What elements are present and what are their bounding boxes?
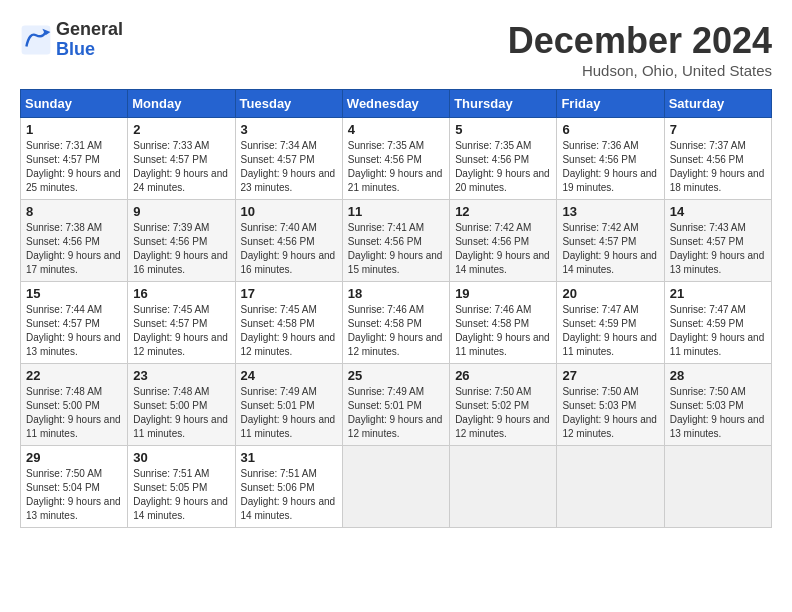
day-number: 11 xyxy=(348,204,444,219)
day-number: 24 xyxy=(241,368,337,383)
days-header-row: SundayMondayTuesdayWednesdayThursdayFrid… xyxy=(21,90,772,118)
calendar-cell: 5Sunrise: 7:35 AMSunset: 4:56 PMDaylight… xyxy=(450,118,557,200)
day-number: 22 xyxy=(26,368,122,383)
logo-icon xyxy=(20,24,52,56)
calendar-cell: 13Sunrise: 7:42 AMSunset: 4:57 PMDayligh… xyxy=(557,200,664,282)
day-info: Sunrise: 7:35 AMSunset: 4:56 PMDaylight:… xyxy=(455,139,551,195)
day-info: Sunrise: 7:48 AMSunset: 5:00 PMDaylight:… xyxy=(133,385,229,441)
day-info: Sunrise: 7:40 AMSunset: 4:56 PMDaylight:… xyxy=(241,221,337,277)
day-number: 18 xyxy=(348,286,444,301)
day-info: Sunrise: 7:45 AMSunset: 4:57 PMDaylight:… xyxy=(133,303,229,359)
day-number: 30 xyxy=(133,450,229,465)
day-info: Sunrise: 7:43 AMSunset: 4:57 PMDaylight:… xyxy=(670,221,766,277)
day-number: 28 xyxy=(670,368,766,383)
logo-blue-text: Blue xyxy=(56,40,123,60)
week-row-3: 15Sunrise: 7:44 AMSunset: 4:57 PMDayligh… xyxy=(21,282,772,364)
calendar-cell: 30Sunrise: 7:51 AMSunset: 5:05 PMDayligh… xyxy=(128,446,235,528)
day-info: Sunrise: 7:42 AMSunset: 4:56 PMDaylight:… xyxy=(455,221,551,277)
day-info: Sunrise: 7:35 AMSunset: 4:56 PMDaylight:… xyxy=(348,139,444,195)
col-header-sunday: Sunday xyxy=(21,90,128,118)
day-number: 21 xyxy=(670,286,766,301)
col-header-saturday: Saturday xyxy=(664,90,771,118)
day-info: Sunrise: 7:34 AMSunset: 4:57 PMDaylight:… xyxy=(241,139,337,195)
title-area: December 2024 Hudson, Ohio, United State… xyxy=(508,20,772,79)
day-info: Sunrise: 7:46 AMSunset: 4:58 PMDaylight:… xyxy=(348,303,444,359)
day-number: 5 xyxy=(455,122,551,137)
col-header-friday: Friday xyxy=(557,90,664,118)
day-number: 19 xyxy=(455,286,551,301)
day-info: Sunrise: 7:31 AMSunset: 4:57 PMDaylight:… xyxy=(26,139,122,195)
day-info: Sunrise: 7:51 AMSunset: 5:06 PMDaylight:… xyxy=(241,467,337,523)
day-info: Sunrise: 7:50 AMSunset: 5:04 PMDaylight:… xyxy=(26,467,122,523)
logo: General Blue xyxy=(20,20,123,60)
calendar-cell xyxy=(342,446,449,528)
calendar-cell: 11Sunrise: 7:41 AMSunset: 4:56 PMDayligh… xyxy=(342,200,449,282)
location: Hudson, Ohio, United States xyxy=(508,62,772,79)
day-number: 14 xyxy=(670,204,766,219)
calendar-cell: 4Sunrise: 7:35 AMSunset: 4:56 PMDaylight… xyxy=(342,118,449,200)
day-number: 13 xyxy=(562,204,658,219)
day-number: 6 xyxy=(562,122,658,137)
day-number: 15 xyxy=(26,286,122,301)
day-info: Sunrise: 7:47 AMSunset: 4:59 PMDaylight:… xyxy=(562,303,658,359)
day-number: 4 xyxy=(348,122,444,137)
calendar-cell: 2Sunrise: 7:33 AMSunset: 4:57 PMDaylight… xyxy=(128,118,235,200)
calendar-cell: 9Sunrise: 7:39 AMSunset: 4:56 PMDaylight… xyxy=(128,200,235,282)
day-info: Sunrise: 7:51 AMSunset: 5:05 PMDaylight:… xyxy=(133,467,229,523)
day-info: Sunrise: 7:48 AMSunset: 5:00 PMDaylight:… xyxy=(26,385,122,441)
day-info: Sunrise: 7:33 AMSunset: 4:57 PMDaylight:… xyxy=(133,139,229,195)
calendar-cell: 27Sunrise: 7:50 AMSunset: 5:03 PMDayligh… xyxy=(557,364,664,446)
header: General Blue December 2024 Hudson, Ohio,… xyxy=(20,20,772,79)
day-info: Sunrise: 7:50 AMSunset: 5:03 PMDaylight:… xyxy=(670,385,766,441)
calendar-cell: 25Sunrise: 7:49 AMSunset: 5:01 PMDayligh… xyxy=(342,364,449,446)
day-info: Sunrise: 7:44 AMSunset: 4:57 PMDaylight:… xyxy=(26,303,122,359)
day-info: Sunrise: 7:49 AMSunset: 5:01 PMDaylight:… xyxy=(348,385,444,441)
day-number: 2 xyxy=(133,122,229,137)
day-info: Sunrise: 7:47 AMSunset: 4:59 PMDaylight:… xyxy=(670,303,766,359)
week-row-4: 22Sunrise: 7:48 AMSunset: 5:00 PMDayligh… xyxy=(21,364,772,446)
day-number: 9 xyxy=(133,204,229,219)
col-header-wednesday: Wednesday xyxy=(342,90,449,118)
day-info: Sunrise: 7:45 AMSunset: 4:58 PMDaylight:… xyxy=(241,303,337,359)
calendar-cell: 18Sunrise: 7:46 AMSunset: 4:58 PMDayligh… xyxy=(342,282,449,364)
day-info: Sunrise: 7:46 AMSunset: 4:58 PMDaylight:… xyxy=(455,303,551,359)
day-number: 12 xyxy=(455,204,551,219)
day-number: 16 xyxy=(133,286,229,301)
calendar-cell xyxy=(557,446,664,528)
calendar-cell: 19Sunrise: 7:46 AMSunset: 4:58 PMDayligh… xyxy=(450,282,557,364)
day-info: Sunrise: 7:49 AMSunset: 5:01 PMDaylight:… xyxy=(241,385,337,441)
calendar-cell: 14Sunrise: 7:43 AMSunset: 4:57 PMDayligh… xyxy=(664,200,771,282)
calendar-cell: 16Sunrise: 7:45 AMSunset: 4:57 PMDayligh… xyxy=(128,282,235,364)
calendar-cell: 6Sunrise: 7:36 AMSunset: 4:56 PMDaylight… xyxy=(557,118,664,200)
week-row-2: 8Sunrise: 7:38 AMSunset: 4:56 PMDaylight… xyxy=(21,200,772,282)
day-number: 25 xyxy=(348,368,444,383)
calendar-cell xyxy=(664,446,771,528)
calendar-cell: 31Sunrise: 7:51 AMSunset: 5:06 PMDayligh… xyxy=(235,446,342,528)
calendar-cell: 10Sunrise: 7:40 AMSunset: 4:56 PMDayligh… xyxy=(235,200,342,282)
logo-general-text: General xyxy=(56,20,123,40)
day-info: Sunrise: 7:41 AMSunset: 4:56 PMDaylight:… xyxy=(348,221,444,277)
calendar-cell xyxy=(450,446,557,528)
day-number: 10 xyxy=(241,204,337,219)
day-number: 20 xyxy=(562,286,658,301)
calendar-cell: 17Sunrise: 7:45 AMSunset: 4:58 PMDayligh… xyxy=(235,282,342,364)
week-row-5: 29Sunrise: 7:50 AMSunset: 5:04 PMDayligh… xyxy=(21,446,772,528)
day-number: 17 xyxy=(241,286,337,301)
day-number: 8 xyxy=(26,204,122,219)
calendar-cell: 24Sunrise: 7:49 AMSunset: 5:01 PMDayligh… xyxy=(235,364,342,446)
calendar-cell: 23Sunrise: 7:48 AMSunset: 5:00 PMDayligh… xyxy=(128,364,235,446)
day-info: Sunrise: 7:50 AMSunset: 5:03 PMDaylight:… xyxy=(562,385,658,441)
day-number: 27 xyxy=(562,368,658,383)
day-number: 31 xyxy=(241,450,337,465)
calendar-cell: 22Sunrise: 7:48 AMSunset: 5:00 PMDayligh… xyxy=(21,364,128,446)
day-info: Sunrise: 7:36 AMSunset: 4:56 PMDaylight:… xyxy=(562,139,658,195)
col-header-thursday: Thursday xyxy=(450,90,557,118)
day-info: Sunrise: 7:37 AMSunset: 4:56 PMDaylight:… xyxy=(670,139,766,195)
day-info: Sunrise: 7:50 AMSunset: 5:02 PMDaylight:… xyxy=(455,385,551,441)
calendar-cell: 28Sunrise: 7:50 AMSunset: 5:03 PMDayligh… xyxy=(664,364,771,446)
day-number: 3 xyxy=(241,122,337,137)
day-number: 1 xyxy=(26,122,122,137)
col-header-tuesday: Tuesday xyxy=(235,90,342,118)
calendar-cell: 7Sunrise: 7:37 AMSunset: 4:56 PMDaylight… xyxy=(664,118,771,200)
col-header-monday: Monday xyxy=(128,90,235,118)
